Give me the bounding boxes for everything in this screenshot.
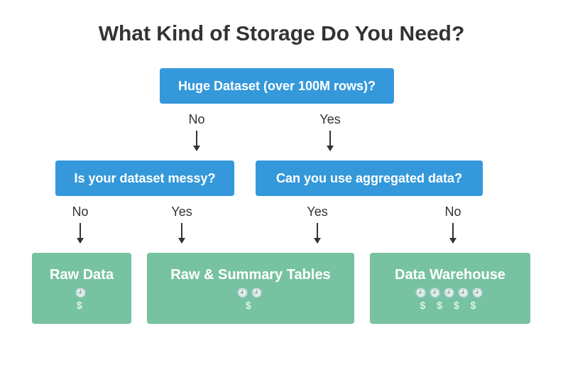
clock-icon: 🕘🕘 — [236, 287, 265, 298]
flowchart: What Kind of Storage Do You Need? Huge D… — [0, 0, 563, 392]
arrow-left-no — [80, 223, 81, 243]
diagram-title: What Kind of Storage Do You Need? — [0, 21, 563, 45]
arrow-root-no — [196, 131, 197, 151]
node-root-label: Huge Dataset (over 100M rows)? — [178, 79, 376, 94]
edge-left-yes-label: Yes — [168, 205, 196, 219]
edge-right-no-label: No — [439, 205, 467, 219]
node-left: Is your dataset messy? — [55, 160, 234, 196]
leaf-data-warehouse-label: Data Warehouse — [395, 266, 505, 283]
arrow-right-yes — [317, 223, 318, 243]
edge-right-yes-label: Yes — [303, 205, 332, 219]
dollar-icon: $ $ $ $ — [420, 300, 481, 311]
node-left-label: Is your dataset messy? — [74, 171, 215, 186]
node-right-label: Can you use aggregated data? — [276, 171, 462, 186]
leaf-raw-summary-label: Raw & Summary Tables — [170, 266, 330, 283]
dollar-icon: $ — [246, 300, 256, 311]
arrow-right-no — [452, 223, 454, 243]
edge-root-no-label: No — [182, 112, 211, 127]
clock-icon: 🕘 — [75, 287, 89, 298]
dollar-icon: $ — [77, 300, 87, 311]
edge-root-yes-label: Yes — [316, 112, 344, 127]
edge-left-no-label: No — [66, 205, 94, 219]
node-root: Huge Dataset (over 100M rows)? — [160, 68, 394, 104]
leaf-raw-data: Raw Data 🕘 $ — [32, 253, 131, 324]
clock-icon: 🕘🕘🕘🕘🕘 — [415, 287, 486, 298]
arrow-left-yes — [181, 223, 182, 243]
leaf-raw-summary: Raw & Summary Tables 🕘🕘 $ — [147, 253, 354, 324]
leaf-data-warehouse: Data Warehouse 🕘🕘🕘🕘🕘 $ $ $ $ — [370, 253, 530, 324]
leaf-raw-data-label: Raw Data — [50, 266, 114, 283]
node-right: Can you use aggregated data? — [256, 160, 483, 196]
arrow-root-yes — [329, 131, 331, 151]
